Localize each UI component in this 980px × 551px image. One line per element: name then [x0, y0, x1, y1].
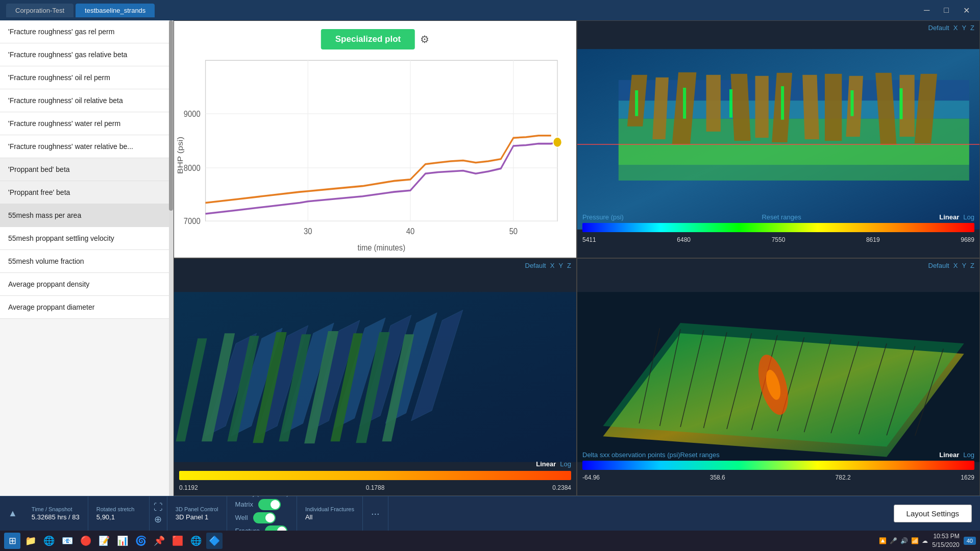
view-default[interactable]: Default [928, 24, 949, 32]
svg-rect-30 [825, 74, 842, 141]
time-snapshot-section: Time / Snapshot 5.32685 hrs / 83 [23, 496, 88, 531]
sidebar-item-12[interactable]: Average proppant diameter [0, 296, 173, 319]
system-clock[interactable]: 10:53 PM 5/15/2020 [932, 532, 959, 549]
powerpoint-icon[interactable]: 📊 [114, 533, 131, 549]
matrix-toggle[interactable] [258, 499, 281, 510]
linear-scale-btn[interactable]: Linear [939, 213, 959, 221]
sidebar-item-1[interactable]: 'Fracture roughness' gas relative beta [0, 43, 173, 66]
sidebar-item-6[interactable]: 'Proppant bed' beta [0, 158, 173, 181]
rotated-stretch-section: Rotated stretch 5,90,1 [88, 496, 150, 531]
log-scale-btn[interactable]: Log [963, 213, 974, 221]
sidebar-item-7[interactable]: 'Proppant free' beta [0, 181, 173, 204]
sidebar-item-9[interactable]: 55mesh proppant settling velocity [0, 227, 173, 250]
browser-icon[interactable]: 🌐 [188, 533, 204, 549]
email-icon[interactable]: 📧 [59, 533, 76, 549]
svg-rect-17 [619, 80, 969, 101]
panel-bottom-left: Default X Y Z [174, 258, 577, 496]
br-reset-ranges[interactable]: Reset ranges [680, 451, 719, 459]
chart-area: 9000 8000 7000 30 40 50 BHP (psi) time (… [174, 53, 576, 258]
bl-scale-type-log[interactable]: Log [560, 460, 571, 468]
sidebar-item-5[interactable]: 'Fracture roughness' water relative be..… [0, 135, 173, 158]
sidebar-item-8[interactable]: 55mesh mass per area [0, 204, 173, 227]
title-tabs: Corporation-Test testbaseline_strands [6, 4, 155, 17]
bl-view-z[interactable]: Z [567, 262, 571, 269]
br-view-y[interactable]: Y [962, 262, 966, 269]
sidebar-item-0[interactable]: 'Fracture roughness' gas rel perm [0, 20, 173, 43]
panel-3d-section: 3D Panel Control 3D Panel 1 [167, 496, 227, 531]
bl-view-x[interactable]: X [550, 262, 555, 269]
maximize-button[interactable]: □ [940, 4, 953, 17]
visibility-section: Visibility (3D Panel 1) Matrix Well Frac… [227, 496, 297, 531]
bl-scale-type-linear[interactable]: Linear [536, 460, 556, 468]
zoom-icon[interactable]: ⊕ [154, 514, 162, 525]
app-icon-4[interactable]: 🟥 [169, 533, 186, 549]
layout-settings-button[interactable]: Layout Settings [894, 505, 972, 522]
top-right-view-controls: Default X Y Z [928, 24, 975, 32]
br-log-btn[interactable]: Log [963, 451, 974, 459]
notification-badge[interactable]: 40 [964, 537, 976, 545]
panel-bottom-right: Default X Y Z [577, 258, 980, 496]
app-icon-1[interactable]: 🔴 [78, 533, 94, 549]
fullscreen-icon[interactable]: ⛶ [154, 502, 163, 513]
svg-rect-35 [635, 90, 638, 116]
svg-rect-27 [755, 76, 769, 138]
view-x[interactable]: X [953, 24, 958, 32]
sidebar-item-2[interactable]: 'Fracture roughness' oil rel perm [0, 66, 173, 89]
matrix-label: Matrix [235, 500, 253, 508]
svg-text:8000: 8000 [184, 162, 201, 172]
br-view-default[interactable]: Default [928, 262, 949, 269]
matrix-toggle-row: Matrix [235, 499, 288, 510]
sidebar-item-4[interactable]: 'Fracture roughness' water rel perm [0, 112, 173, 135]
svg-rect-18 [619, 101, 969, 118]
reset-ranges-link[interactable]: Reset ranges [762, 213, 801, 221]
svg-rect-36 [683, 88, 686, 119]
chrome-icon[interactable]: 🌐 [41, 533, 57, 549]
well-toggle-row: Well [235, 512, 288, 523]
sidebar-item-11[interactable]: Average proppant density [0, 273, 173, 296]
tab-testbaseline-strands[interactable]: testbaseline_strands [76, 4, 155, 17]
bl-view-default[interactable]: Default [525, 262, 546, 269]
close-button[interactable]: ✕ [959, 4, 974, 17]
system-tray: 🔼 🎤 🔊 📶 ☁ [879, 537, 928, 544]
taskbar-left: ⊞ 📁 🌐 📧 🔴 📝 📊 🌀 📌 🟥 🌐 🔷 [4, 533, 223, 549]
br-linear-btn[interactable]: Linear [939, 451, 959, 459]
br-view-x[interactable]: X [953, 262, 958, 269]
svg-text:BHP (psi): BHP (psi) [176, 137, 184, 174]
view-z[interactable]: Z [970, 24, 974, 32]
status-bar: ▲ Time / Snapshot 5.32685 hrs / 83 Rotat… [0, 496, 980, 531]
pressure-color-scale [582, 223, 974, 232]
panel-3d-label: 3D Panel Control [176, 506, 218, 512]
panel-3d-value: 3D Panel 1 [176, 513, 218, 521]
sidebar-item-3[interactable]: 'Fracture roughness' oil relative beta [0, 89, 173, 112]
tray-up-arrow[interactable]: 🔼 [879, 537, 887, 544]
view-y[interactable]: Y [962, 24, 966, 32]
file-explorer-icon[interactable]: 📁 [22, 533, 39, 549]
well-toggle[interactable] [253, 512, 276, 523]
excel-icon[interactable]: 🔷 [206, 533, 223, 549]
app-icon-3[interactable]: 📌 [151, 533, 167, 549]
svg-text:50: 50 [509, 226, 518, 236]
tab-corporation-test[interactable]: Corporation-Test [6, 4, 74, 17]
specialized-plot-button[interactable]: Specialized plot [321, 29, 415, 49]
svg-rect-38 [781, 86, 784, 120]
specialized-plot-controls: Specialized plot ⚙ [321, 29, 429, 49]
bl-view-y[interactable]: Y [558, 262, 563, 269]
sidebar-list: 'Fracture roughness' gas rel perm 'Fract… [0, 20, 174, 496]
svg-rect-37 [729, 89, 732, 118]
taskbar-right: 🔼 🎤 🔊 📶 ☁ 10:53 PM 5/15/2020 40 [879, 532, 976, 549]
sidebar-scrollbar[interactable] [169, 20, 173, 496]
br-view-z[interactable]: Z [970, 262, 974, 269]
start-button[interactable]: ⊞ [4, 533, 20, 549]
app-icon-2[interactable]: 🌀 [133, 533, 149, 549]
more-options-button[interactable]: ··· [363, 496, 388, 531]
word-icon[interactable]: 📝 [96, 533, 112, 549]
time-snapshot-label: Time / Snapshot [32, 506, 80, 512]
svg-text:7000: 7000 [184, 216, 201, 226]
window-controls: ─ □ ✕ [920, 4, 974, 17]
expand-button[interactable]: ▲ [8, 508, 17, 519]
individual-fractures-section: Individual Fractures All [297, 496, 363, 531]
sidebar-item-10[interactable]: 55mesh volume fraction [0, 250, 173, 273]
minimize-button[interactable]: ─ [920, 4, 934, 17]
well-label: Well [235, 514, 248, 521]
gear-icon[interactable]: ⚙ [420, 33, 429, 45]
